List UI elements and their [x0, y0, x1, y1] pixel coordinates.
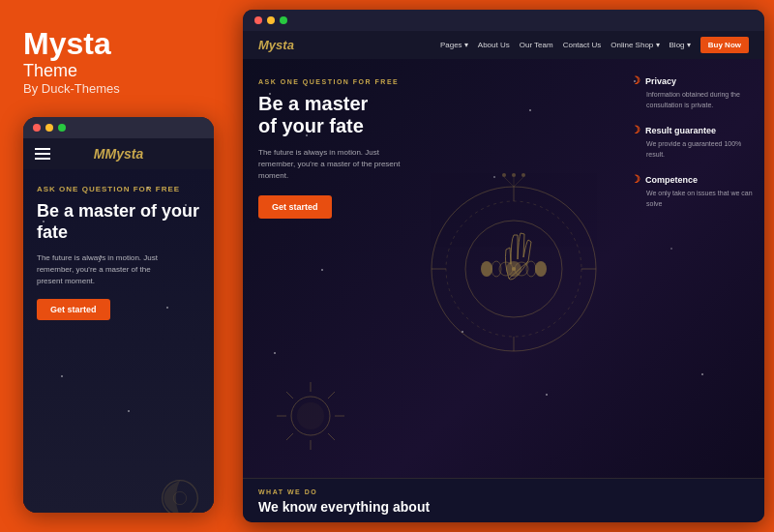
feature-privacy-title: Privacy	[645, 76, 676, 86]
svg-point-19	[502, 173, 506, 177]
feature-competence: ☽ Competence We only take on issues that…	[631, 173, 753, 209]
mobile-crescent-icon	[156, 474, 204, 513]
feature-privacy-desc: Information obtained during the consulta…	[631, 90, 753, 110]
nav-blog[interactable]: Blog ▾	[670, 41, 691, 49]
competence-icon: ☽	[631, 173, 640, 186]
feature-result-desc: We provide a guaranteed 100% result.	[631, 139, 753, 160]
mobile-nav: MMysta	[23, 138, 214, 169]
svg-point-5	[481, 261, 492, 277]
nav-contact[interactable]: Contact Us	[563, 41, 602, 49]
svg-point-11	[535, 261, 547, 277]
svg-point-21	[521, 173, 525, 177]
what-we-do-label: WHAT WE DO	[258, 488, 749, 495]
left-panel: Mysta Theme By Duck-Themes MMysta	[0, 0, 237, 532]
nav-about[interactable]: About Us	[478, 41, 510, 49]
desktop-mockup: Mysta Pages ▾ About Us Our Team Contact …	[243, 10, 764, 522]
hamburger-icon[interactable]	[35, 148, 50, 160]
feature-privacy: ☽ Privacy Information obtained during th…	[631, 74, 753, 110]
mobile-logo: MMysta	[94, 146, 143, 162]
feature-result: ☽ Result guarantee We provide a guarante…	[631, 124, 753, 160]
what-we-do-title: We know everything about	[258, 499, 749, 515]
result-icon: ☽	[631, 124, 640, 136]
desktop-nav: Mysta Pages ▾ About Us Our Team Contact …	[243, 31, 764, 59]
mobile-ask-label: ASK ONE QUESTION FOR FREE	[37, 185, 200, 193]
mobile-mockup: MMysta ASK ONE QUESTION FOR FREE Be a ma…	[23, 117, 214, 513]
right-panel: Mysta Pages ▾ About Us Our Team Contact …	[237, 0, 774, 532]
dot-green	[58, 124, 66, 132]
svg-point-6	[491, 261, 501, 277]
desktop-nav-links: Pages ▾ About Us Our Team Contact Us Onl…	[440, 37, 749, 53]
mobile-hero-desc: The future is always in motion. Just rem…	[37, 252, 172, 287]
desktop-hero-desc: The future is always in motion. Just rem…	[258, 147, 413, 182]
desktop-hero-title: Be a master of your fate	[258, 93, 421, 137]
nav-team[interactable]: Our Team	[520, 41, 553, 49]
svg-point-20	[512, 173, 516, 177]
dot-yellow-d	[267, 16, 275, 24]
svg-point-22	[512, 267, 516, 271]
desktop-hero-left: ASK ONE QUESTION FOR FREE Be a master of…	[243, 59, 436, 478]
feature-result-title: Result guarantee	[645, 126, 716, 135]
svg-line-16	[504, 177, 514, 187]
nav-pages[interactable]: Pages ▾	[440, 41, 468, 49]
desktop-bottom: WHAT WE DO We know everything about	[243, 478, 764, 522]
mobile-cta-button[interactable]: Get started	[37, 299, 110, 320]
nav-shop[interactable]: Online Shop ▾	[610, 41, 659, 49]
brand-author: By Duck-Themes	[23, 81, 214, 96]
mobile-browser-bar	[23, 117, 214, 138]
feature-competence-desc: We only take on issues that we can solve	[631, 189, 753, 209]
desktop-browser-bar	[243, 10, 764, 31]
svg-point-10	[526, 261, 536, 277]
dot-red-d	[254, 16, 262, 24]
desktop-logo: Mysta	[258, 38, 294, 52]
svg-line-18	[514, 177, 523, 187]
buy-now-button[interactable]: Buy Now	[700, 37, 749, 53]
dot-yellow	[45, 124, 53, 132]
dot-red	[33, 124, 41, 132]
mobile-hero-title: Be a master of your fate	[37, 201, 200, 243]
brand-title: Mysta Theme	[23, 27, 214, 81]
desktop-hero: ASK ONE QUESTION FOR FREE Be a master of…	[243, 59, 764, 478]
mobile-hero: ASK ONE QUESTION FOR FREE Be a master of…	[23, 169, 214, 513]
mobile-content: MMysta ASK ONE QUESTION FOR FREE Be a ma…	[23, 138, 214, 513]
desktop-ask-label: ASK ONE QUESTION FOR FREE	[258, 78, 421, 85]
dot-green-d	[280, 16, 287, 24]
desktop-cta-button[interactable]: Get started	[258, 195, 332, 219]
celestial-illustration	[407, 59, 620, 478]
feature-competence-title: Competence	[645, 175, 698, 185]
privacy-icon: ☽	[631, 74, 640, 87]
desktop-features: ☽ Privacy Information obtained during th…	[619, 74, 764, 222]
